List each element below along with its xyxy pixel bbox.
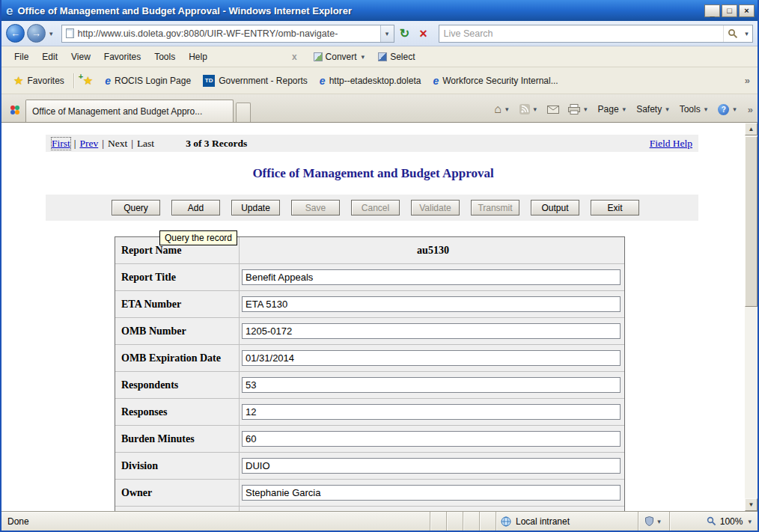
new-tab-stub[interactable] (236, 103, 251, 122)
output-button[interactable]: Output (531, 200, 579, 215)
minimize-button[interactable]: _ (704, 4, 720, 17)
back-button[interactable]: ← (6, 24, 25, 43)
chevron-down-icon: ▾ (582, 106, 589, 113)
menu-view[interactable]: View (64, 49, 97, 65)
division-input[interactable] (242, 458, 621, 474)
form-row: Division (115, 453, 624, 480)
favorite-link-workforce-security[interactable]: e Workforce Security Internal... (427, 73, 564, 89)
protection-pane[interactable]: ▾ (638, 512, 669, 531)
search-button[interactable] (723, 25, 741, 42)
site-favicon (9, 104, 21, 116)
tools-menu[interactable]: Tools ▾ (676, 103, 713, 116)
prev-record-link[interactable]: Prev (79, 138, 98, 150)
close-button[interactable]: × (739, 4, 755, 17)
print-button[interactable]: ▾ (564, 103, 593, 116)
exit-button[interactable]: Exit (591, 200, 639, 215)
menu-file[interactable]: File (7, 49, 35, 65)
maximize-button[interactable]: □ (722, 4, 737, 17)
favorite-link-government-reports[interactable]: TD Government - Reports (197, 72, 314, 90)
active-tab[interactable]: Office of Management and Budget Appro... (25, 100, 234, 122)
form-row: Owner (115, 480, 624, 507)
help-icon: ? (718, 104, 729, 115)
stop-button[interactable]: × (415, 25, 432, 43)
menu-bar: File Edit View Favorites Tools Help x Co… (1, 46, 758, 67)
vertical-scrollbar[interactable]: ▲ ▼ (745, 123, 758, 511)
ie-page-icon: e (320, 76, 326, 86)
menu-favorites[interactable]: Favorites (97, 49, 147, 65)
burden-minutes-input[interactable] (242, 431, 621, 447)
favorite-link-label: Workforce Security Internal... (442, 76, 558, 86)
close-icon: × (744, 6, 749, 15)
feeds-button[interactable]: ▾ (516, 103, 543, 116)
convert-button[interactable]: Convert ▾ (308, 49, 373, 64)
forward-arrow-icon: → (31, 28, 41, 39)
url-input[interactable] (78, 28, 380, 39)
status-text: Done (1, 512, 430, 531)
form-row-clipped (115, 507, 624, 511)
omb-expiration-date-input[interactable] (242, 350, 621, 366)
add-favorite-button[interactable]: ★ + (77, 71, 99, 91)
addon-close-button[interactable]: x (281, 52, 308, 62)
status-pane (430, 512, 446, 531)
favorite-link-label: ROCIS Login Page (115, 76, 191, 86)
form-row: ETA Number (115, 291, 624, 318)
scroll-down-button[interactable]: ▼ (745, 498, 758, 511)
favorites-overflow-chevron[interactable]: » (743, 75, 752, 86)
owner-input[interactable] (242, 485, 621, 501)
record-count: 3 of 3 Records (186, 138, 247, 150)
browser-window: e Office of Management and Budget Approv… (0, 0, 759, 532)
search-input[interactable] (439, 28, 723, 39)
menu-tools[interactable]: Tools (147, 49, 182, 65)
forward-button[interactable]: → (27, 24, 46, 43)
update-button[interactable]: Update (231, 200, 280, 215)
safety-menu[interactable]: Safety ▾ (632, 103, 674, 116)
history-dropdown[interactable]: ▾ (48, 30, 55, 37)
url-box: ▾ (61, 25, 394, 43)
maximize-icon: □ (727, 6, 732, 15)
last-record-link-disabled: Last (137, 138, 154, 150)
web-page: First | Prev | Next | Last 3 of 3 Record… (1, 123, 745, 511)
favorites-label: Favorites (27, 76, 64, 86)
home-button[interactable]: ⌂ ▾ (490, 102, 513, 117)
star-icon: ★ (83, 74, 93, 87)
menu-edit[interactable]: Edit (35, 49, 64, 65)
command-overflow-chevron[interactable]: » (746, 104, 755, 115)
read-mail-button[interactable] (543, 104, 563, 115)
respondents-input[interactable] (242, 377, 621, 393)
favorite-link-rocis[interactable]: e ROCIS Login Page (99, 73, 197, 89)
menu-help[interactable]: Help (182, 49, 214, 65)
favorites-button[interactable]: ★ Favorites (7, 71, 70, 91)
favorite-link-etadesktop[interactable]: e http--etadesktop.doleta (314, 73, 427, 89)
field-help-link[interactable]: Field Help (650, 138, 692, 150)
first-record-link[interactable]: First (52, 138, 70, 150)
zoom-control[interactable]: 100% ▾ (669, 512, 758, 531)
scroll-up-button[interactable]: ▲ (745, 123, 758, 135)
form-row-label: OMB Number (115, 318, 240, 344)
refresh-button[interactable]: ↻ (397, 25, 413, 43)
help-button[interactable]: ? ▾ (714, 103, 742, 117)
form-row: Burden Minutes (115, 426, 624, 453)
query-button[interactable]: Query (112, 200, 160, 215)
report-title-input[interactable] (242, 269, 621, 285)
omb-number-input[interactable] (242, 323, 621, 339)
zoom-magnifier-icon (707, 516, 716, 526)
rss-icon (519, 104, 530, 114)
safety-menu-label: Safety (636, 104, 662, 114)
form-row-label: Report Title (115, 264, 240, 290)
responses-input[interactable] (242, 404, 621, 420)
page-menu[interactable]: Page ▾ (594, 103, 632, 116)
chevron-down-icon: ▾ (656, 518, 662, 525)
url-dropdown[interactable]: ▾ (380, 25, 394, 42)
query-tooltip: Query the record (159, 230, 237, 245)
status-pane (479, 512, 496, 531)
scrollbar-thumb[interactable] (745, 136, 758, 307)
search-icon (728, 28, 738, 39)
tab-bar: Office of Management and Budget Appro...… (1, 94, 758, 123)
status-pane (446, 512, 463, 531)
add-button[interactable]: Add (171, 200, 220, 215)
select-button[interactable]: Select (372, 49, 421, 64)
record-navigation: First | Prev | Next | Last 3 of 3 Record… (46, 135, 698, 152)
eta-number-input[interactable] (242, 296, 621, 312)
select-icon (378, 52, 387, 61)
search-dropdown[interactable]: ▾ (741, 30, 752, 37)
